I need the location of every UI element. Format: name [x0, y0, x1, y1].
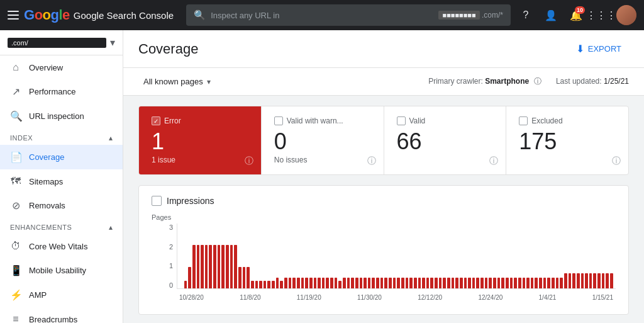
chart-bar [209, 245, 212, 288]
cards-row: ✓ Error 1 1 issue ⓘ Valid with warn... 0 [138, 106, 629, 175]
export-icon: ⬇ [576, 43, 584, 55]
chart-title-row: Impressions [152, 196, 616, 206]
enhancements-collapse-icon[interactable] [109, 223, 113, 232]
page-title: Coverage [138, 41, 198, 57]
valid-card[interactable]: Valid 66 ⓘ [384, 106, 507, 174]
chart-bar [368, 278, 371, 288]
chart-bar [506, 278, 509, 288]
page-header: Coverage ⬇ EXPORT [123, 30, 644, 68]
chart-bar [414, 278, 417, 288]
chart-bar [514, 278, 517, 288]
chart-bar [330, 278, 333, 288]
error-card-sub: 1 issue [152, 156, 248, 164]
home-icon: ⌂ [10, 62, 21, 73]
chart-bar [401, 278, 404, 288]
chart-bar [597, 273, 601, 288]
sidebar-item-coverage-label: Coverage [29, 152, 64, 162]
chart-bar [602, 273, 605, 288]
apps-button[interactable]: ⋮⋮⋮ [591, 5, 611, 25]
sidebar-item-breadcrumbs[interactable]: ≡ Breadcrumbs [0, 307, 123, 323]
chart-bar [355, 278, 358, 288]
excluded-card[interactable]: Excluded 175 ⓘ [506, 106, 628, 174]
x-label-7: 1/15/21 [592, 294, 613, 304]
sidebar-item-mobile-usability[interactable]: 📱 Mobile Usability [0, 258, 123, 283]
chart-bar [526, 278, 530, 288]
property-selector[interactable]: .com/ ▾ [0, 30, 123, 55]
valid-card-info-icon[interactable]: ⓘ [489, 156, 498, 167]
sidebar-item-coverage[interactable]: 📄 Coverage [0, 145, 123, 169]
chart-bar [531, 278, 534, 288]
filter-bar: All known pages Primary crawler: Smartph… [123, 68, 644, 96]
valid-warning-card[interactable]: Valid with warn... 0 No issues ⓘ [262, 106, 384, 174]
core-web-vitals-icon: ⏱ [10, 241, 21, 252]
chart-bar [397, 278, 400, 288]
avatar[interactable] [616, 5, 636, 25]
sidebar-item-core-web-vitals-label: Core Web Vitals [29, 242, 87, 251]
chart-bar [523, 278, 526, 288]
sidebar-item-removals[interactable]: ⊘ Removals [0, 193, 123, 218]
sidebar-item-amp[interactable]: ⚡ AMP [0, 283, 123, 307]
sidebar-item-core-web-vitals[interactable]: ⏱ Core Web Vitals [0, 234, 123, 258]
chart-bar [543, 278, 547, 288]
top-nav-icons: ? 👤 🔔 10 ⋮⋮⋮ [516, 5, 636, 25]
sidebar-item-overview[interactable]: ⌂ Overview [0, 55, 123, 79]
y-value-2: 2 [152, 243, 173, 251]
valid-warning-card-label: Valid with warn... [287, 116, 343, 125]
chart-bar [343, 278, 346, 288]
excluded-card-info-icon[interactable]: ⓘ [612, 156, 621, 167]
chart-bar [255, 281, 258, 288]
chart-bar [351, 278, 354, 288]
search-bar[interactable]: 🔍 ■■■■■■■■ .com/* [186, 4, 511, 26]
sidebar-item-amp-label: AMP [29, 290, 47, 300]
chart-bar [535, 278, 538, 288]
chart-bar [284, 278, 287, 288]
error-card-label: Error [164, 116, 181, 125]
amp-icon: ⚡ [10, 289, 21, 301]
notification-button[interactable]: 🔔 10 [566, 5, 586, 25]
filter-label: All known pages [143, 77, 203, 86]
help-button[interactable]: ? [516, 5, 536, 25]
index-collapse-icon[interactable] [109, 133, 113, 142]
chart-bar [364, 278, 367, 288]
chart-checkbox[interactable] [152, 196, 162, 206]
chart-bar [552, 278, 555, 288]
chart-bar [447, 278, 450, 288]
chart-bar [335, 278, 338, 288]
y-value-3: 3 [152, 224, 173, 231]
chart-section: Impressions Pages 3 2 1 0 10/28/20 11/8/… [138, 185, 629, 315]
chart-bar [205, 245, 208, 288]
x-label-5: 12/24/20 [478, 294, 502, 304]
error-card[interactable]: ✓ Error 1 1 issue ⓘ [139, 106, 262, 174]
chart-bar [547, 278, 550, 288]
error-checkbox: ✓ [152, 116, 160, 125]
chart-bar [510, 278, 513, 288]
chart-bar [518, 278, 521, 288]
error-card-info-icon[interactable]: ⓘ [245, 156, 253, 167]
chart-bar [201, 245, 204, 288]
sidebar-item-performance[interactable]: ↗ Performance [0, 79, 123, 104]
app-logo: Google Google Search Console [24, 7, 174, 23]
export-button[interactable]: ⬇ EXPORT [569, 39, 629, 59]
filter-select[interactable]: All known pages [138, 74, 216, 89]
chart-bar [443, 278, 446, 288]
chart-bar [577, 273, 580, 288]
chart-bar [489, 278, 492, 288]
chart-bar [188, 267, 191, 288]
account-button[interactable]: 👤 [541, 5, 561, 25]
valid-warning-card-info-icon[interactable]: ⓘ [367, 156, 376, 167]
sidebar-item-url-inspection[interactable]: 🔍 URL inspection [0, 104, 123, 128]
chart-bar [213, 245, 216, 288]
sitemaps-icon: 🗺 [10, 176, 21, 187]
search-input[interactable] [211, 11, 433, 20]
chart-bar [460, 278, 463, 288]
valid-warning-card-header: Valid with warn... [274, 116, 371, 125]
index-section-header: Index [0, 128, 123, 145]
chart-bar [409, 278, 413, 288]
sidebar-item-sitemaps[interactable]: 🗺 Sitemaps [0, 169, 123, 193]
chart-bar [259, 281, 262, 288]
menu-button[interactable] [8, 11, 19, 20]
info-icon[interactable]: ⓘ [534, 77, 541, 86]
notification-badge: 10 [575, 6, 585, 14]
crawler-info: Primary crawler: Smartphone ⓘ Last updat… [428, 76, 629, 87]
chart-bar [197, 245, 200, 288]
